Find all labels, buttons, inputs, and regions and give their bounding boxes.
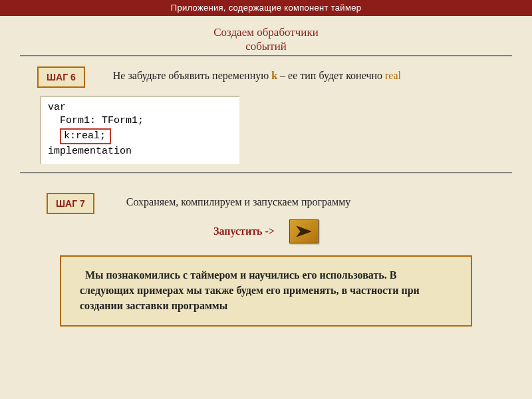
code-line-1: var [48, 101, 233, 114]
step7-text-content: Сохраняем, компилируем и запускаем прогр… [126, 196, 351, 207]
step7-badge: ШАГ 7 [47, 193, 94, 214]
step6-badge: ШАГ 6 [37, 66, 85, 88]
step7-row: ШАГ 7 Сохраняем, компилируем и запускаем… [0, 193, 532, 214]
step6-text-mid: – ее тип будет конечно [277, 70, 385, 81]
divider-mid [20, 172, 512, 174]
code-highlight: k:real; [60, 128, 111, 144]
header-bar: Приложения, содержащие компонент таймер [0, 0, 532, 16]
step6-text-before: Не забудьте объявить переменную [113, 70, 271, 81]
step6-row: ШАГ 6 Не забудьте объявить переменную k … [0, 66, 532, 88]
code-line-3-wrap: k:real; [48, 128, 233, 145]
step6-text: Не забудьте объявить переменную k – ее т… [105, 66, 401, 83]
subtitle-line2: событий [245, 40, 287, 53]
code-line-4: implementation [48, 145, 233, 158]
code-box: var Form1: TForm1; k:real; implementatio… [40, 96, 239, 164]
step6-k: k [271, 70, 277, 81]
subtitle: Создаем обработчики событий [0, 25, 532, 54]
summary-text: Мы познакомились с таймером и научились … [80, 269, 420, 311]
summary-box: Мы познакомились с таймером и научились … [60, 255, 472, 327]
step7-text: Сохраняем, компилируем и запускаем прогр… [121, 193, 351, 209]
code-line-2: Form1: TForm1; [48, 114, 233, 128]
step6-real: real [385, 70, 401, 81]
launch-label: Запустить -> [213, 225, 275, 237]
header-title: Приложения, содержащие компонент таймер [171, 3, 361, 13]
divider-top [20, 55, 512, 57]
launch-button[interactable] [289, 219, 319, 243]
svg-marker-0 [297, 226, 311, 237]
play-arrow-icon [295, 224, 313, 239]
subtitle-line1: Создаем обработчики [213, 26, 319, 39]
launch-row: Запустить -> [0, 219, 532, 243]
